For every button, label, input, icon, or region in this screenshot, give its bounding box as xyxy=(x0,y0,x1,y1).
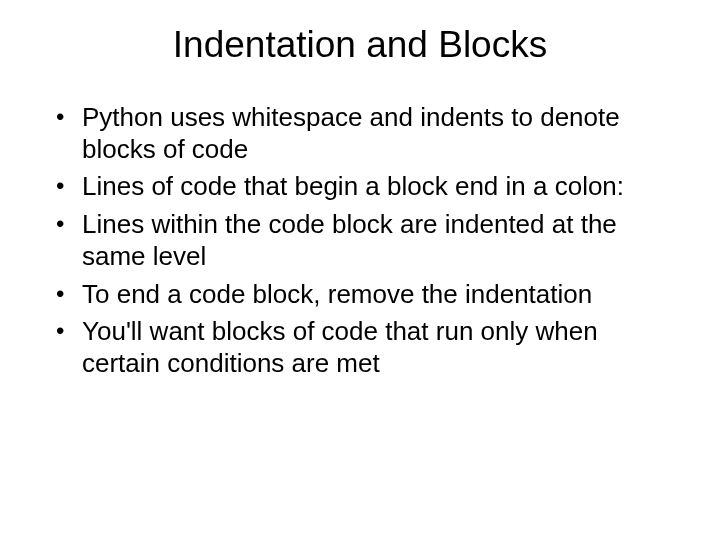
bullet-list: Python uses whitespace and indents to de… xyxy=(56,102,672,380)
list-item: Lines of code that begin a block end in … xyxy=(56,171,672,203)
list-item: Lines within the code block are indented… xyxy=(56,209,672,272)
list-item: You'll want blocks of code that run only… xyxy=(56,316,672,379)
slide: Indentation and Blocks Python uses white… xyxy=(0,0,720,540)
list-item: To end a code block, remove the indentat… xyxy=(56,279,672,311)
slide-title: Indentation and Blocks xyxy=(48,24,672,66)
list-item: Python uses whitespace and indents to de… xyxy=(56,102,672,165)
